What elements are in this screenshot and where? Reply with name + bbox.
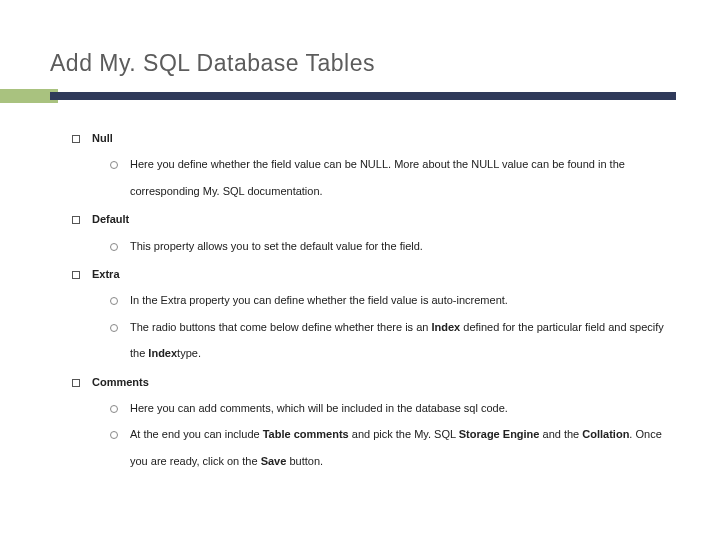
- body-text: and pick the My. SQL: [349, 428, 459, 440]
- section-item: ExtraIn the Extra property you can defin…: [70, 261, 670, 367]
- subitem-list: This property allows you to set the defa…: [92, 233, 670, 259]
- rule-bar: [50, 92, 676, 100]
- body-text: At the end you can include: [130, 428, 263, 440]
- page-title: Add My. SQL Database Tables: [50, 50, 670, 77]
- body-text: and the: [539, 428, 582, 440]
- section-label: Default: [92, 213, 129, 225]
- bold-text: Index: [148, 347, 177, 359]
- list-item: Here you can add comments, which will be…: [110, 395, 670, 421]
- list-item: At the end you can include Table comment…: [110, 421, 670, 474]
- section-label: Extra: [92, 268, 120, 280]
- body-text: In the Extra property you can define whe…: [130, 294, 508, 306]
- title-underline: [50, 89, 670, 105]
- body-text: This property allows you to set the defa…: [130, 240, 423, 252]
- section-item: NullHere you define whether the field va…: [70, 125, 670, 204]
- list-item: Here you define whether the field value …: [110, 151, 670, 204]
- body-text: Here you define whether the field value …: [130, 158, 625, 196]
- section-label: Comments: [92, 376, 149, 388]
- subitem-list: Here you define whether the field value …: [92, 151, 670, 204]
- list-item: The radio buttons that come below define…: [110, 314, 670, 367]
- bold-text: Index: [431, 321, 460, 333]
- content-area: NullHere you define whether the field va…: [50, 125, 670, 474]
- subitem-list: Here you can add comments, which will be…: [92, 395, 670, 474]
- slide: Add My. SQL Database Tables NullHere you…: [0, 0, 720, 496]
- subitem-list: In the Extra property you can define whe…: [92, 287, 670, 366]
- section-label: Null: [92, 132, 113, 144]
- bold-text: Storage Engine: [459, 428, 540, 440]
- body-text: The radio buttons that come below define…: [130, 321, 431, 333]
- list-item: This property allows you to set the defa…: [110, 233, 670, 259]
- bold-text: Save: [261, 455, 287, 467]
- section-list: NullHere you define whether the field va…: [70, 125, 670, 474]
- list-item: In the Extra property you can define whe…: [110, 287, 670, 313]
- body-text: type.: [177, 347, 201, 359]
- body-text: button.: [286, 455, 323, 467]
- bold-text: Table comments: [263, 428, 349, 440]
- bold-text: Collation: [582, 428, 629, 440]
- body-text: Here you can add comments, which will be…: [130, 402, 508, 414]
- section-item: CommentsHere you can add comments, which…: [70, 369, 670, 475]
- section-item: DefaultThis property allows you to set t…: [70, 206, 670, 259]
